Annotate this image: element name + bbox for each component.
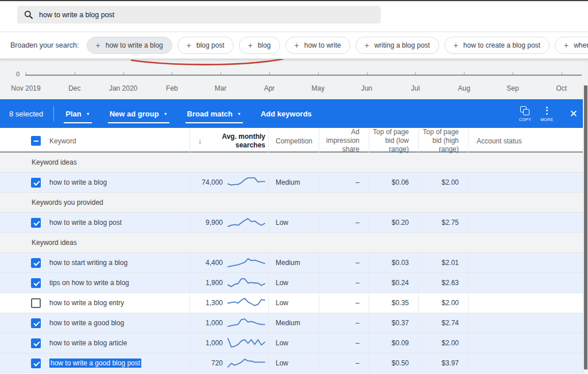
avg-monthly-searches-column-header[interactable]: Avg. monthly searches	[210, 133, 265, 150]
broaden-search-chip[interactable]: + blog	[239, 37, 280, 54]
keyword-label: how to write a blog entry	[49, 299, 124, 307]
top-of-page-bid-low-column-header[interactable]: Top of page bid (low range)	[369, 128, 418, 154]
row-checkbox[interactable]	[31, 278, 41, 288]
avg-monthly-searches-value: 1,000	[206, 319, 223, 327]
top-of-page-bid-low-value: $0.09	[369, 333, 418, 353]
keyword-label: how to write a blog post	[49, 219, 122, 227]
row-checkbox[interactable]	[31, 338, 41, 348]
keyword-label: how to start writing a blog	[49, 259, 127, 267]
avg-monthly-searches-value: 720	[211, 359, 223, 367]
table-header-row: Keyword ↓ Avg. monthly searches Competit…	[0, 128, 588, 153]
row-checkbox[interactable]	[31, 298, 41, 308]
row-checkbox[interactable]	[31, 318, 41, 328]
account-status-value	[468, 253, 588, 272]
row-checkbox[interactable]	[31, 258, 41, 268]
broaden-chips: + how to write a blog + blog post + blog…	[87, 37, 588, 54]
broaden-search-chip[interactable]: + blog post	[177, 37, 234, 54]
top-of-page-bid-high-value: $2.01	[418, 253, 468, 272]
plus-icon: +	[295, 41, 299, 49]
broaden-search-chip[interactable]: + where to write a blog post	[555, 37, 588, 54]
red-trend-line	[0, 59, 588, 100]
account-status-value	[468, 293, 588, 313]
searches-sparkline	[227, 295, 265, 310]
competition-value: Low	[268, 353, 319, 373]
plus-icon: +	[96, 41, 100, 49]
month-label: Mar	[215, 84, 227, 92]
x-axis-tick	[75, 72, 75, 75]
searches-sparkline	[227, 315, 265, 330]
table-section-header: Keyword ideas	[0, 233, 588, 253]
table-row[interactable]: how to write a good blog post 720 Low – …	[0, 353, 588, 373]
searches-sparkline	[227, 175, 265, 190]
table-body: Keyword ideas how to write a blog 74,000…	[0, 153, 588, 373]
table-row[interactable]: how to start writing a blog 4,400 Medium…	[0, 253, 588, 273]
broaden-search-chip[interactable]: + how to write a blog	[87, 37, 172, 54]
plus-icon: +	[248, 41, 253, 49]
month-label: Apr	[264, 84, 275, 92]
account-status-value	[468, 313, 588, 333]
row-checkbox[interactable]	[31, 218, 41, 228]
keyword-label: how to write a good blog post	[49, 359, 141, 368]
plus-icon: +	[564, 41, 568, 49]
more-button[interactable]: MORE	[540, 106, 554, 122]
add-keywords-button[interactable]: Add keywords	[261, 110, 312, 118]
ad-impression-share-value: –	[319, 213, 369, 232]
top-of-page-bid-high-column-header[interactable]: Top of page bid (high range)	[418, 128, 468, 154]
avg-monthly-searches-value: 74,000	[202, 178, 223, 186]
more-vert-icon	[546, 106, 548, 115]
ad-impression-share-value: –	[319, 313, 369, 333]
table-row[interactable]: how to write a blog 74,000 Medium – $0.0…	[0, 173, 588, 193]
searches-sparkline	[227, 215, 265, 230]
top-of-page-bid-high-value: $2.63	[418, 273, 468, 293]
caret-down-icon: ▼	[237, 112, 241, 116]
table-row[interactable]: how to write a blog post 9,900 Low – $0.…	[0, 213, 588, 233]
row-checkbox[interactable]	[31, 359, 41, 368]
avg-monthly-searches-value: 4,400	[206, 259, 223, 267]
search-box[interactable]	[17, 6, 381, 24]
month-label: Dec	[68, 84, 80, 92]
select-all-checkbox[interactable]	[31, 136, 41, 146]
ad-impression-share-column-header[interactable]: Ad impression share	[319, 128, 369, 154]
scrollbar-thumb[interactable]	[584, 85, 587, 369]
plan-dropdown[interactable]: Plan ▼	[65, 110, 90, 118]
sort-descending-icon[interactable]: ↓	[198, 137, 202, 145]
ad-impression-share-value: –	[319, 273, 369, 293]
broad-match-dropdown[interactable]: Broad match ▼	[187, 110, 241, 118]
broaden-search-chip[interactable]: + writing a blog post	[355, 37, 439, 54]
trend-chart-strip: 0 Nov 2019DecJan 2020FebMarAprMayJunJulA…	[0, 59, 588, 99]
competition-value: Medium	[268, 173, 319, 192]
broaden-search-chip[interactable]: + how to write	[285, 37, 350, 54]
broaden-search-row: Broaden your search: + how to write a bl…	[0, 32, 588, 59]
keyword-column-header[interactable]: Keyword	[49, 137, 76, 145]
month-label: Jan 2020	[109, 84, 137, 92]
table-row[interactable]: how to write a good blog 1,000 Medium – …	[0, 313, 588, 333]
table-row[interactable]: tips on how to write a blog 1,900 Low – …	[0, 273, 588, 293]
top-of-page-bid-low-value: $0.20	[369, 213, 418, 232]
avg-monthly-searches-value: 1,000	[206, 339, 223, 347]
copy-button[interactable]: COPY	[519, 106, 531, 122]
account-status-column-header[interactable]: Account status	[468, 128, 588, 154]
selected-count: 8 selected	[9, 110, 43, 118]
competition-value: Low	[268, 293, 319, 313]
competition-value: Low	[268, 273, 319, 293]
ad-impression-share-value: –	[319, 293, 369, 313]
table-row[interactable]: how to write a blog article 1,000 Low – …	[0, 333, 588, 353]
new-ad-group-dropdown[interactable]: New ad group ▼	[110, 110, 168, 118]
plus-icon: +	[454, 41, 458, 49]
close-icon[interactable]: ✕	[567, 108, 580, 120]
top-of-page-bid-low-value: $0.50	[369, 353, 418, 373]
vertical-scrollbar	[583, 84, 588, 374]
month-label: Oct	[556, 84, 567, 92]
row-checkbox[interactable]	[31, 178, 41, 188]
competition-column-header[interactable]: Competition	[268, 128, 319, 154]
search-input[interactable]	[39, 11, 374, 19]
ad-impression-share-value: –	[319, 353, 369, 373]
broaden-search-chip[interactable]: + how to create a blog post	[444, 37, 550, 54]
search-bar-section	[0, 1, 588, 32]
searches-sparkline	[227, 336, 265, 350]
account-status-value	[468, 273, 588, 293]
x-axis-tick	[172, 72, 172, 75]
search-icon	[24, 10, 33, 19]
top-of-page-bid-high-value: $2.75	[418, 213, 468, 232]
table-row[interactable]: how to write a blog entry 1,300 Low – $0…	[0, 293, 588, 313]
